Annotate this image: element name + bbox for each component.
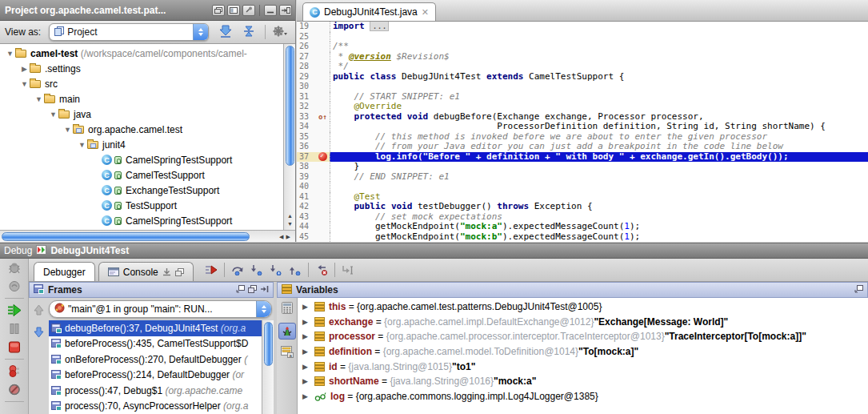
- frame-up-button[interactable]: [33, 304, 45, 318]
- code-line[interactable]: 29public class DebugJUnit4Test extends C…: [297, 72, 868, 82]
- variable-row[interactable]: ▶definition = {org.apache.camel.model.To…: [298, 344, 868, 360]
- code-line[interactable]: 39 // END SNIPPET: e1: [297, 172, 868, 183]
- expand-arrow-icon[interactable]: ▶: [302, 363, 310, 371]
- show-execution-point-button[interactable]: [205, 264, 218, 275]
- expand-arrow-icon[interactable]: ▶: [302, 392, 310, 400]
- value-icon: [314, 376, 325, 386]
- mute-breakpoints-button[interactable]: [7, 382, 22, 397]
- thread-combo-stepper[interactable]: [256, 300, 271, 318]
- variable-row[interactable]: ▶exchange = {org.apache.camel.impl.Defau…: [298, 315, 868, 330]
- tree-item[interactable]: ▼org.apache.camel.test: [0, 122, 295, 137]
- debug-panel-header[interactable]: Debug DebugJUnit4Test: [0, 243, 868, 259]
- frame-row[interactable]: beforeProcess():435, CamelTestSupport$D: [49, 336, 262, 352]
- collapse-all-button[interactable]: [242, 25, 255, 40]
- expand-arrow-icon[interactable]: ▶: [302, 348, 310, 356]
- variable-row[interactable]: ▶this = {org.apache.camel.test.patterns.…: [298, 299, 868, 315]
- breakpoint-icon[interactable]: [318, 152, 327, 161]
- pin-button[interactable]: [242, 5, 255, 16]
- run-to-cursor-button[interactable]: [342, 264, 354, 275]
- frame-row[interactable]: process():70, AsyncProcessorHelper (org.…: [49, 399, 262, 414]
- tree-item[interactable]: CCamelTestSupport: [0, 167, 295, 183]
- code-line[interactable]: 27 * @version $Revision$: [297, 52, 868, 62]
- tab-debugger[interactable]: Debugger: [34, 262, 95, 281]
- tree-item[interactable]: ▼camel-test (/workspace/camel/components…: [0, 46, 295, 61]
- float-panel-button[interactable]: [854, 284, 863, 295]
- tree-expand-arrow[interactable]: ▼: [62, 126, 73, 134]
- minimize-button[interactable]: [264, 5, 277, 16]
- frame-row[interactable]: process():47, Debug$1 (org.apache.came: [49, 383, 262, 399]
- tab-console[interactable]: Console: [98, 262, 194, 281]
- tree-item[interactable]: CExchangeTestSupport: [0, 183, 295, 198]
- expand-arrow-icon[interactable]: ▶: [302, 318, 310, 326]
- tree-item[interactable]: ▼main: [0, 91, 295, 107]
- smart-step-button[interactable]: [7, 279, 22, 294]
- step-into-button[interactable]: [250, 264, 263, 275]
- frame-row[interactable]: onBeforeProcess():270, DefaultDebugger (: [49, 352, 262, 368]
- frames-vscrollbar[interactable]: [262, 320, 274, 414]
- tree-item[interactable]: CCamelSpringTestSupport: [0, 152, 295, 167]
- frame-row[interactable]: debugBefore():37, DebugJUnit4Test (org.a: [49, 320, 262, 336]
- settings-gear-button[interactable]: [272, 25, 288, 40]
- expand-arrow-icon[interactable]: ▶: [302, 303, 310, 311]
- project-panel-header[interactable]: Project org.apache.camel.test.pat...: [0, 0, 295, 21]
- tree-item[interactable]: ▼java: [0, 107, 295, 122]
- auto-variables-button[interactable]: a: [281, 346, 294, 360]
- tree-expand-arrow[interactable]: ▼: [5, 50, 15, 58]
- tree-expand-arrow[interactable]: ▼: [34, 95, 44, 103]
- hide-panel-button[interactable]: [279, 5, 292, 16]
- scroll-from-source-button[interactable]: [218, 25, 233, 40]
- stop-button[interactable]: [7, 340, 22, 355]
- variable-row[interactable]: ▶id = {java.lang.String@1015}"to1": [298, 359, 868, 374]
- package-icon: [73, 126, 84, 134]
- expand-arrow-icon[interactable]: ▶: [302, 332, 310, 340]
- tree-item[interactable]: ▼junit4: [0, 137, 295, 152]
- project-tree-vscrollbar[interactable]: ▲▼: [283, 44, 295, 230]
- editor-tab[interactable]: C DebugJUnit4Test.java ✕: [302, 2, 436, 21]
- code-line[interactable]: 40: [297, 182, 868, 192]
- pause-button[interactable]: [7, 321, 22, 336]
- view-as-combo[interactable]: Project: [49, 23, 209, 41]
- resume-button[interactable]: [7, 303, 22, 318]
- combo-stepper[interactable]: [193, 23, 208, 41]
- float-window-button[interactable]: [212, 5, 225, 16]
- evaluate-expression-button[interactable]: [281, 302, 294, 316]
- tree-item[interactable]: CTestSupport: [0, 198, 295, 213]
- tree-expand-arrow[interactable]: ▼: [19, 80, 30, 88]
- dock-window-button[interactable]: [227, 5, 240, 16]
- step-over-button[interactable]: [231, 264, 244, 275]
- variable-row[interactable]: ▶shortName = {java.lang.String@1016}"moc…: [298, 374, 868, 389]
- pop-frame-button[interactable]: [315, 264, 328, 275]
- frame-down-button[interactable]: [33, 327, 45, 340]
- override-marker-icon[interactable]: o↑: [318, 113, 328, 121]
- tree-item[interactable]: CCamelSpringTestSupport: [0, 213, 295, 228]
- float-panel-button[interactable]: [236, 284, 245, 295]
- close-tab-icon[interactable]: ✕: [422, 7, 429, 18]
- dock-panel-button[interactable]: [260, 284, 269, 295]
- code-line[interactable]: 45 getMockEndpoint("mock:b").expectedMes…: [297, 232, 868, 243]
- frames-list: debugBefore():37, DebugJUnit4Test (org.a…: [49, 320, 262, 414]
- tree-expand-arrow[interactable]: ▶: [19, 65, 30, 73]
- tree-item[interactable]: ▼src: [0, 76, 295, 91]
- restore-panel-button[interactable]: [248, 284, 257, 295]
- expand-arrow-icon[interactable]: ▶: [302, 377, 310, 385]
- folder-icon: [30, 80, 41, 88]
- tree-item[interactable]: ▶.settings: [0, 61, 295, 76]
- rerun-debug-button[interactable]: [7, 260, 22, 275]
- view-breakpoints-button[interactable]: [7, 364, 22, 379]
- force-step-into-button[interactable]: [270, 264, 282, 275]
- thread-selector[interactable]: "main"@1 in group "main": RUN...: [49, 300, 272, 318]
- watch-duke-button[interactable]: [278, 323, 296, 340]
- frame-row[interactable]: beforeProcess():214, DefaultDebugger (or: [49, 368, 262, 384]
- lock-icon: [114, 187, 122, 195]
- frame-icon: [51, 386, 62, 396]
- step-out-button[interactable]: [289, 264, 302, 275]
- code-area[interactable]: 19import ...2526/**27 * @version $Revisi…: [297, 22, 868, 242]
- project-tree-hscrollbar[interactable]: ◀▶: [0, 230, 295, 242]
- code-line[interactable]: 37 log.info("Before " + definition + " w…: [297, 152, 868, 163]
- tree-expand-arrow[interactable]: ▼: [77, 141, 87, 149]
- tree-expand-arrow[interactable]: ▼: [48, 111, 58, 119]
- variable-row[interactable]: ▶processor = {org.apache.camel.processor…: [298, 329, 868, 344]
- code-line[interactable]: 25: [297, 32, 868, 42]
- code-line[interactable]: 19import ...: [297, 22, 868, 32]
- variable-row[interactable]: ▶log = {org.apache.commons.logging.impl.…: [298, 389, 868, 404]
